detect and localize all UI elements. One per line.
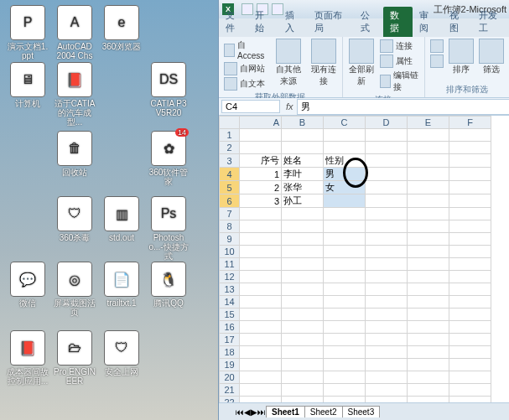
cell-C5[interactable]: 女 xyxy=(324,181,366,194)
cell-F8[interactable] xyxy=(449,220,491,233)
row-header[interactable]: 6 xyxy=(220,194,240,208)
desktop-icon[interactable]: 💬微信 xyxy=(7,262,49,308)
cell-F16[interactable] xyxy=(449,321,491,334)
filter-icon[interactable] xyxy=(479,39,504,64)
tab-文件[interactable]: 文件 xyxy=(219,7,248,37)
row-header[interactable]: 16 xyxy=(220,321,240,334)
tab-审阅[interactable]: 审阅 xyxy=(413,7,442,37)
tab-开始[interactable]: 开始 xyxy=(248,7,278,37)
desktop-icon[interactable]: 📄trailtxt.1 xyxy=(101,262,143,308)
btn-sort[interactable]: 排序 xyxy=(449,64,474,75)
cell-D14[interactable] xyxy=(366,296,408,309)
cell-B13[interactable] xyxy=(282,283,324,296)
cell-E2[interactable] xyxy=(408,142,449,154)
cell-B21[interactable] xyxy=(282,384,324,397)
cell-A13[interactable] xyxy=(240,283,282,296)
cell-A1[interactable] xyxy=(240,129,282,142)
cell-D5[interactable] xyxy=(366,181,408,194)
cell-A15[interactable] xyxy=(240,309,282,321)
cell-F15[interactable] xyxy=(449,309,491,321)
formula-input[interactable]: 男 xyxy=(297,99,509,115)
cell-D12[interactable] xyxy=(366,271,408,283)
cell-D22[interactable] xyxy=(366,397,408,403)
cell-A20[interactable] xyxy=(240,371,282,384)
row-header[interactable]: 1 xyxy=(220,129,240,142)
cell-E12[interactable] xyxy=(408,271,449,283)
cell-D2[interactable] xyxy=(366,142,408,154)
cell-C13[interactable] xyxy=(324,283,366,296)
desktop-icon[interactable]: 🛡安全上网 xyxy=(101,330,143,376)
cell-F3[interactable] xyxy=(449,154,491,168)
tab-开发工[interactable]: 开发工 xyxy=(472,7,509,37)
cell-F11[interactable] xyxy=(449,258,491,271)
row-header[interactable]: 7 xyxy=(220,208,240,220)
cell-B4[interactable]: 李叶 xyxy=(282,168,324,181)
desktop-icon[interactable]: 📕适于CATIA的汽车成型... xyxy=(54,62,96,127)
cell-B7[interactable] xyxy=(282,208,324,220)
desktop-icon[interactable]: 🐧腾讯QQ xyxy=(148,262,190,308)
cell-D9[interactable] xyxy=(366,233,408,246)
cell-A21[interactable] xyxy=(240,384,282,397)
desktop-icon[interactable]: ✿14360软件管家 xyxy=(148,131,190,186)
cell-D15[interactable] xyxy=(366,309,408,321)
fx-label[interactable]: fx xyxy=(283,101,297,111)
cell-D19[interactable] xyxy=(366,359,408,371)
desktop-icon[interactable]: ◎屏幕截图活页 xyxy=(54,262,96,317)
cell-E3[interactable] xyxy=(408,154,449,168)
cell-F1[interactable] xyxy=(449,129,491,142)
cell-A8[interactable] xyxy=(240,220,282,233)
row-header[interactable]: 18 xyxy=(220,346,240,359)
row-header[interactable]: 3 xyxy=(220,154,240,168)
cell-B17[interactable] xyxy=(282,334,324,346)
btn-edit-links[interactable]: 编辑链接 xyxy=(380,69,419,94)
cell-E16[interactable] xyxy=(408,321,449,334)
cell-E18[interactable] xyxy=(408,346,449,359)
name-box[interactable]: C4 xyxy=(221,100,280,113)
cell-B16[interactable] xyxy=(282,321,324,334)
cell-A7[interactable] xyxy=(240,208,282,220)
nav-prev[interactable]: ◀ xyxy=(244,407,251,417)
cell-A11[interactable] xyxy=(240,258,282,271)
cell-A12[interactable] xyxy=(240,271,282,283)
cell-E13[interactable] xyxy=(408,283,449,296)
cell-C17[interactable] xyxy=(324,334,366,346)
col-header-F[interactable]: F xyxy=(449,117,491,129)
cell-A6[interactable]: 3 xyxy=(240,194,282,208)
desktop-icon[interactable]: DSCATIA P3 V5R20 xyxy=(148,62,190,117)
cell-E10[interactable] xyxy=(408,246,449,258)
row-header[interactable]: 11 xyxy=(220,258,240,271)
cell-B6[interactable]: 孙工 xyxy=(282,194,324,208)
desktop-icon[interactable]: P演示文档1.ppt xyxy=(7,5,49,60)
cell-C21[interactable] xyxy=(324,384,366,397)
desktop-icon[interactable]: 🛡360杀毒 xyxy=(54,196,96,242)
cell-A9[interactable] xyxy=(240,233,282,246)
existing-conn-icon[interactable] xyxy=(311,39,336,64)
cell-C10[interactable] xyxy=(324,246,366,258)
tab-页面布局[interactable]: 页面布局 xyxy=(308,7,354,37)
cell-B2[interactable] xyxy=(282,142,324,154)
desktop-icon[interactable]: AAutoCAD 2004 Chs xyxy=(54,5,96,60)
tab-公式[interactable]: 公式 xyxy=(354,7,383,37)
btn-filter[interactable]: 筛选 xyxy=(479,64,504,75)
select-all[interactable] xyxy=(220,117,240,129)
row-header[interactable]: 8 xyxy=(220,220,240,233)
cell-D20[interactable] xyxy=(366,371,408,384)
cell-C8[interactable] xyxy=(324,220,366,233)
desktop-icon[interactable]: ▥std.out xyxy=(101,196,143,242)
row-header[interactable]: 4 xyxy=(220,168,240,181)
desktop-icon[interactable]: 📕成本器间故控制应用... xyxy=(7,330,49,386)
cell-D6[interactable] xyxy=(366,194,408,208)
cell-A16[interactable] xyxy=(240,321,282,334)
cell-A18[interactable] xyxy=(240,346,282,359)
cell-F20[interactable] xyxy=(449,371,491,384)
cell-B10[interactable] xyxy=(282,246,324,258)
sheet-tab-Sheet1[interactable]: Sheet1 xyxy=(266,406,305,417)
cell-B19[interactable] xyxy=(282,359,324,371)
desktop-icon[interactable]: e360浏览器 xyxy=(101,5,143,51)
cell-B11[interactable] xyxy=(282,258,324,271)
cell-F7[interactable] xyxy=(449,208,491,220)
cell-A22[interactable] xyxy=(240,397,282,403)
cell-B3[interactable]: 姓名 xyxy=(282,154,324,168)
row-header[interactable]: 15 xyxy=(220,309,240,321)
cell-F4[interactable] xyxy=(449,168,491,181)
